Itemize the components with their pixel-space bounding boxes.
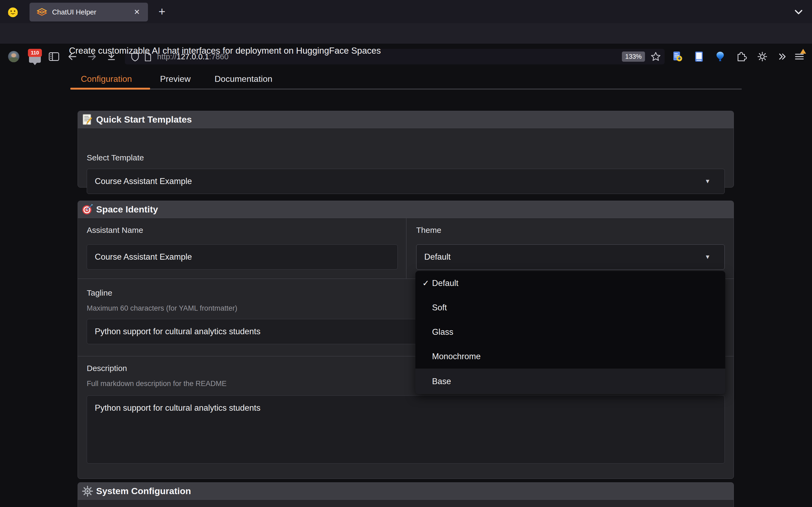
theme-dropdown-list: ✓ Default Soft Glass Monochrome Base xyxy=(415,271,725,394)
browser-tab[interactable]: ChatUI Helper ✕ xyxy=(30,3,148,21)
profile-avatar[interactable] xyxy=(8,51,19,62)
balloon-extension-icon xyxy=(716,51,725,62)
chevron-down-icon: ▼ xyxy=(705,245,711,269)
theme-option-soft[interactable]: Soft xyxy=(415,295,725,320)
menu-warning-triangle-icon xyxy=(800,49,806,54)
double-chevron-right-icon xyxy=(777,52,787,61)
theme-option-monochrome[interactable]: Monochrome xyxy=(415,344,725,369)
huggingface-button[interactable] xyxy=(7,6,19,18)
tab-preview[interactable]: Preview xyxy=(160,74,191,84)
avatar-face xyxy=(11,53,16,57)
template-select-value: Course Assistant Example xyxy=(95,169,192,194)
theme-label: Theme xyxy=(416,226,441,235)
theme-option-glass[interactable]: Glass xyxy=(415,320,725,344)
theme-select-value: Default xyxy=(424,245,451,269)
tab-documentation[interactable]: Documentation xyxy=(214,74,272,84)
extension-balloon-button[interactable] xyxy=(715,51,726,62)
settings-button[interactable] xyxy=(757,51,768,62)
extensions-button[interactable] xyxy=(736,51,747,62)
chevron-down-icon: ▼ xyxy=(705,169,711,194)
theme-option-base[interactable]: Base xyxy=(415,369,725,394)
gear-icon xyxy=(757,51,768,62)
assistant-name-input[interactable] xyxy=(87,244,398,270)
check-icon: ✓ xyxy=(422,278,429,288)
target-icon xyxy=(82,204,93,215)
description-label: Description xyxy=(87,364,127,373)
browser-tab-bar: ChatUI Helper ✕ + xyxy=(0,0,812,23)
memo-icon xyxy=(82,114,93,125)
quick-start-title: Quick Start Templates xyxy=(96,114,192,125)
tagline-label: Tagline xyxy=(87,288,112,297)
browser-toolbar: 110 xyxy=(0,23,812,44)
active-tab-underline xyxy=(70,88,150,90)
tab-divider-line xyxy=(150,89,742,90)
puzzle-icon xyxy=(736,51,747,62)
huggingface-icon xyxy=(7,7,18,18)
zoom-level-badge[interactable]: 133% xyxy=(622,52,645,62)
tagline-hint: Maximum 60 characters (for YAML frontmat… xyxy=(87,304,237,313)
gear-emoji-icon xyxy=(82,485,93,497)
theme-select[interactable]: Default ▼ xyxy=(416,244,725,270)
new-tab-button[interactable]: + xyxy=(154,4,170,20)
theme-option-label: Monochrome xyxy=(432,352,480,361)
screen: ChatUI Helper ✕ + 110 xyxy=(0,0,812,507)
list-tabs-button[interactable] xyxy=(793,7,805,17)
tab-close-icon[interactable]: ✕ xyxy=(132,3,142,21)
theme-option-label: Glass xyxy=(432,327,453,337)
avatar-shoulders xyxy=(9,57,18,62)
theme-option-default[interactable]: ✓ Default xyxy=(415,271,725,295)
column-divider xyxy=(406,218,407,279)
theme-option-label: Default xyxy=(432,278,458,288)
space-identity-title: Space Identity xyxy=(96,204,158,215)
space-identity-header: Space Identity xyxy=(78,201,733,218)
tab-title: ChatUI Helper xyxy=(52,8,96,16)
gradio-favicon xyxy=(37,8,47,16)
quick-start-panel: Quick Start Templates Select Template Co… xyxy=(78,111,734,187)
extension-doc-download-button[interactable] xyxy=(672,51,683,62)
theme-option-label: Base xyxy=(432,377,451,386)
quick-start-header: Quick Start Templates xyxy=(78,111,733,128)
toolbar-overflow-button[interactable] xyxy=(776,51,788,62)
app-menu-button[interactable] xyxy=(794,51,805,62)
notification-count-badge: 110 xyxy=(28,49,42,57)
notifications-button[interactable]: 110 xyxy=(29,54,41,63)
sidebar-toggle-button[interactable] xyxy=(48,51,60,62)
bookmark-star-icon[interactable] xyxy=(651,52,661,62)
system-config-header: System Configuration xyxy=(78,483,733,500)
document-extension-icon xyxy=(694,51,704,62)
assistant-name-label: Assistant Name xyxy=(87,226,143,235)
sidebar-icon xyxy=(49,52,59,61)
select-template-label: Select Template xyxy=(87,153,144,162)
template-select[interactable]: Course Assistant Example ▼ xyxy=(87,169,725,194)
theme-option-label: Soft xyxy=(432,303,447,313)
extension-document-button[interactable] xyxy=(693,51,705,62)
system-config-title: System Configuration xyxy=(96,486,191,496)
description-textarea[interactable]: Python support for cultural analytics st… xyxy=(87,395,725,463)
page-subtitle: Create customizable AI chat interfaces f… xyxy=(69,46,381,56)
system-config-panel: System Configuration xyxy=(78,482,734,507)
speech-bubble-tail-icon xyxy=(33,62,37,65)
tab-configuration[interactable]: Configuration xyxy=(81,74,132,84)
description-hint: Full markdown description for the README xyxy=(87,380,226,388)
doc-download-extension-icon xyxy=(672,51,683,62)
